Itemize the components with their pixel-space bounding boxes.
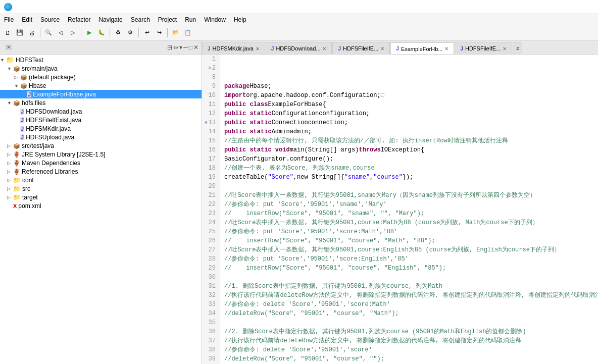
editor-panel: JHDFSMKdir.java✕JHDFSDownload...✕JHDFSFi… bbox=[202, 40, 598, 364]
tree-item-1[interactable]: ▼📁HDFSTest bbox=[0, 56, 202, 64]
tree-item-10[interactable]: JHDFSUpload.java bbox=[0, 133, 202, 141]
tb-print[interactable]: 🖨 bbox=[26, 27, 37, 38]
code-line-10: public static Connection connection; bbox=[224, 118, 598, 127]
tree-item-7[interactable]: JHDFSDownload.java bbox=[0, 107, 202, 116]
tb-save[interactable]: 💾 bbox=[14, 27, 25, 38]
code-content[interactable]: package Hbase;import org.apache.hadoop.c… bbox=[220, 55, 598, 364]
main-area: ✕ ⊟ ⇔ ▾ ─ □ ✕ ▼📁HDFSTest▼📦src/main/java▷… bbox=[0, 40, 598, 364]
code-line-9: public static Configuration configuratio… bbox=[224, 109, 598, 118]
tb-next[interactable]: ▷ bbox=[67, 27, 78, 38]
code-line-34: //执行该行代码前请deleteRow方法的定义中, 将删除指定列数据的代码注释… bbox=[224, 336, 598, 345]
tb-redo[interactable]: ↪ bbox=[154, 27, 165, 38]
menu-help[interactable]: Help bbox=[230, 15, 251, 24]
tb-generate[interactable]: ⚙ bbox=[125, 27, 136, 38]
pe-max-icon[interactable]: □ bbox=[189, 44, 192, 51]
tree-item-8[interactable]: JHDFSFileIfExist.java bbox=[0, 116, 202, 124]
tree-item-12[interactable]: ▷🏺JRE System Library [J2SE-1.5] bbox=[0, 150, 202, 159]
code-line-17 bbox=[224, 182, 598, 191]
menu-file[interactable]: File bbox=[0, 15, 18, 24]
tree-item-11[interactable]: ▷📦src/test/java bbox=[0, 141, 202, 150]
editor-tab-4[interactable]: JExampleForHb...✕ bbox=[390, 42, 454, 55]
code-line-26: // insertRow("Score", "95001", "course",… bbox=[224, 264, 598, 273]
pe-tree: ▼📁HDFSTest▼📦src/main/java▷📦(default pack… bbox=[0, 55, 202, 364]
tree-item-14[interactable]: ▷🏺Referenced Libraries bbox=[0, 167, 202, 176]
tb-new[interactable]: 🗋 bbox=[2, 27, 13, 38]
menu-run[interactable]: Run bbox=[181, 15, 200, 24]
tb-run[interactable]: ▶ bbox=[84, 27, 95, 38]
tb-undo[interactable]: ↩ bbox=[141, 27, 153, 38]
code-line-27 bbox=[224, 273, 598, 282]
tree-item-4[interactable]: ▼📦Hbase bbox=[0, 81, 202, 90]
pe-link-icon[interactable]: ⇔ bbox=[173, 44, 178, 51]
tabs-bar: JHDFSMKdir.java✕JHDFSDownload...✕JHDFSFi… bbox=[202, 40, 598, 55]
pe-header-icons: ⊟ ⇔ ▾ ─ □ ✕ bbox=[167, 44, 198, 51]
tb-debug[interactable]: 🐛 bbox=[96, 27, 107, 38]
menu-navigate[interactable]: Navigate bbox=[94, 15, 126, 24]
tree-item-2[interactable]: ▼📦src/main/java bbox=[0, 64, 202, 73]
pe-min-icon[interactable]: ─ bbox=[183, 44, 188, 51]
code-line-12: //主路由中的每个情逻辑行行, 只需获取该方法的/／部可, 如: 执行inser… bbox=[224, 136, 598, 145]
menu-project[interactable]: Project bbox=[154, 15, 181, 24]
code-line-1: package Hbase; bbox=[224, 82, 598, 91]
tree-item-5[interactable]: JExampleForHbase.java bbox=[0, 90, 202, 98]
code-line-30: //参你命令: delete 'Score','95001','score:Ma… bbox=[224, 300, 598, 309]
tree-item-17[interactable]: ▷📁target bbox=[0, 193, 202, 201]
code-line-15: //创建一个表, 表名为Score, 列族为sname,course bbox=[224, 164, 598, 173]
menu-search[interactable]: Search bbox=[127, 15, 154, 24]
code-line-20: // insertRow("Score", "95001", "sname", … bbox=[224, 209, 598, 218]
code-line-32 bbox=[224, 318, 598, 327]
editor-tab-2[interactable]: JHDFSDownload...✕ bbox=[266, 42, 332, 54]
pe-collapse-icon[interactable]: ⊟ bbox=[167, 44, 172, 51]
line-numbers: 1⊕289101112⊕1314151617181920212223242526… bbox=[202, 55, 220, 364]
tb-prev[interactable]: ◁ bbox=[55, 27, 66, 38]
tb-open-type[interactable]: 📂 bbox=[170, 27, 181, 38]
tb-search[interactable]: 🔍 bbox=[43, 27, 54, 38]
code-line-14: BasicConfigurator.configure(); bbox=[224, 154, 598, 164]
tree-item-18[interactable]: Xpom.xml bbox=[0, 201, 202, 210]
code-line-11: public static Admin admin; bbox=[224, 127, 598, 136]
code-line-33: //2. 删除Score表中指定行数据, 其行键为95001,列族为course… bbox=[224, 327, 598, 336]
menu-edit[interactable]: Edit bbox=[18, 15, 36, 24]
code-line-22: //参你命令: put 'Score','95001','score:Math'… bbox=[224, 227, 598, 236]
tree-item-15[interactable]: ▷📁conf bbox=[0, 176, 202, 184]
menu-source[interactable]: Source bbox=[36, 15, 64, 24]
code-line-16: createTable("Score",new String[]{"sname"… bbox=[224, 173, 598, 182]
pe-close-icon[interactable]: ✕ bbox=[193, 44, 198, 51]
tree-item-13[interactable]: ▷🏺Maven Dependencies bbox=[0, 159, 202, 167]
tb-refactor[interactable]: ♻ bbox=[113, 27, 124, 38]
tb-sep1 bbox=[40, 28, 40, 37]
editor-tab-3[interactable]: JHDFSFileIfE...✕ bbox=[332, 42, 390, 54]
tree-item-3[interactable]: ▷📦(default package) bbox=[0, 73, 202, 81]
tb-sep3 bbox=[110, 28, 110, 37]
tb-sep4 bbox=[138, 28, 139, 37]
menu-bar: File Edit Source Refactor Navigate Searc… bbox=[0, 14, 598, 25]
menu-refactor[interactable]: Refactor bbox=[64, 15, 94, 24]
editor-tab-5[interactable]: JHDFSFileIfE...✕ bbox=[455, 42, 512, 54]
tab-overflow[interactable]: 2 bbox=[513, 42, 522, 54]
code-area[interactable]: 1⊕289101112⊕1314151617181920212223242526… bbox=[202, 55, 598, 364]
code-line-29: //执行该行代码前请deleteRow方法的定义中, 将删除指定列数据的代码注释… bbox=[224, 291, 598, 300]
pe-header-left: ✕ bbox=[3, 44, 12, 50]
code-line-31: //deleteRow("Score", "95001", "course", … bbox=[224, 309, 598, 318]
title-bar bbox=[0, 0, 598, 14]
toolbar: 🗋 💾 🖨 🔍 ◁ ▷ ▶ 🐛 ♻ ⚙ ↩ ↪ 📂 📋 bbox=[0, 25, 598, 40]
code-line-23: // insertRow("Score", "95001", "course",… bbox=[224, 236, 598, 245]
tree-item-9[interactable]: JHDFSMKdir.java bbox=[0, 124, 202, 133]
editor-tab-1[interactable]: JHDFSMKdir.java✕ bbox=[202, 42, 265, 54]
menu-window[interactable]: Window bbox=[200, 15, 230, 24]
code-line-21: //吐Score表中插入一条数据, 其行键为95001,course:Math为… bbox=[224, 218, 598, 227]
code-line-13: public static void main(String[] args)th… bbox=[224, 145, 598, 154]
tb-sep2 bbox=[81, 28, 81, 37]
package-explorer-panel: ✕ ⊟ ⇔ ▾ ─ □ ✕ ▼📁HDFSTest▼📦src/main/java▷… bbox=[0, 40, 202, 364]
code-line-28: //1. 删除Score表中指定列数据, 其行键为95001,列族为course… bbox=[224, 282, 598, 291]
tb-open-res[interactable]: 📋 bbox=[182, 27, 193, 38]
tree-item-6[interactable]: ▼📦hdfs.files bbox=[0, 98, 202, 107]
pe-menu-icon[interactable]: ▾ bbox=[179, 44, 182, 51]
code-line-18: //吐Score表中插入一条数据, 其行键为95001,sname为Mary（因… bbox=[224, 191, 598, 200]
tb-sep5 bbox=[167, 28, 168, 37]
tree-item-16[interactable]: ▷📁src bbox=[0, 184, 202, 193]
code-line-36: //deleteRow("Score", "95001", "course", … bbox=[224, 354, 598, 363]
code-line-25: //参你命令: put 'Score','95001','score:Engli… bbox=[224, 254, 598, 264]
code-line-8: public class ExampleForHbase{ bbox=[224, 100, 598, 109]
code-line-2: import org.apache.hadoop.conf.Configurat… bbox=[224, 91, 598, 100]
